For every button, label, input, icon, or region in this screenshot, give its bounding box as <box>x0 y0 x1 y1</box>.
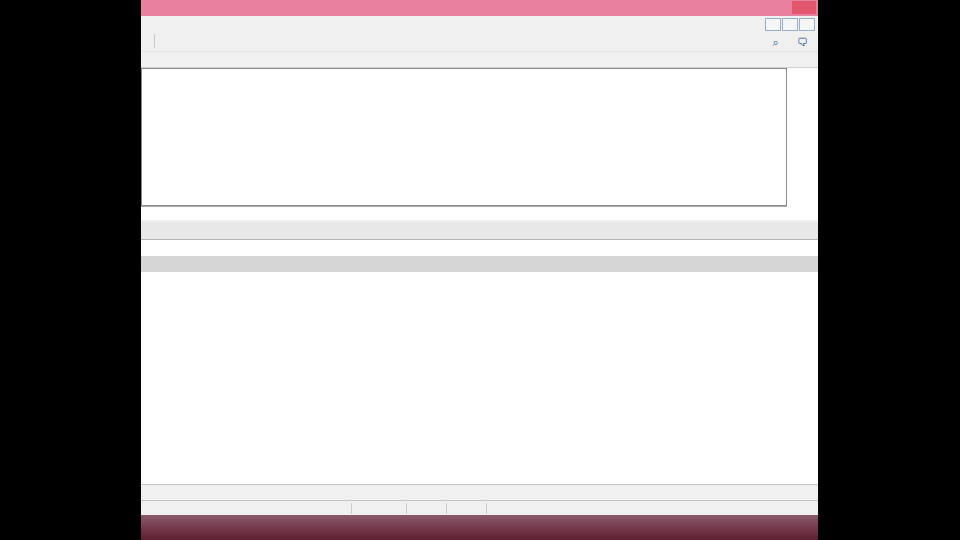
chart-minimize-button[interactable] <box>765 18 781 31</box>
time-axis[interactable] <box>141 206 787 221</box>
chat-icon[interactable]: 🗨 <box>792 33 813 51</box>
toolbar-right-icons: ⌕ 🗨 <box>764 33 814 51</box>
restore-button[interactable] <box>773 1 790 14</box>
menu-bar <box>141 16 818 32</box>
chart-tab-bar <box>141 222 818 240</box>
drawing-toolbar <box>141 52 818 68</box>
search-icon[interactable]: ⌕ <box>765 33 786 51</box>
chart-plot[interactable] <box>141 68 787 206</box>
price-axis[interactable] <box>787 68 818 206</box>
chart-area <box>141 68 818 220</box>
taskbar-clock[interactable] <box>814 523 816 532</box>
close-button[interactable] <box>792 1 816 14</box>
chart-close-button[interactable] <box>799 18 815 31</box>
standard-toolbar <box>141 31 818 52</box>
chart-restore-button[interactable] <box>782 18 798 31</box>
status-bar <box>141 500 818 515</box>
terminal-tab-bar <box>141 484 818 501</box>
mt4-window: ⌕ 🗨 <box>141 0 818 515</box>
candlestick-chart <box>142 69 787 206</box>
minimize-button[interactable] <box>754 1 771 14</box>
trade-table-header[interactable] <box>141 240 818 257</box>
trade-panel <box>141 239 818 485</box>
screen: ⌕ 🗨 <box>0 0 960 540</box>
total-profit-row <box>141 257 818 272</box>
taskbar <box>141 515 818 540</box>
title-bar[interactable] <box>141 0 818 16</box>
